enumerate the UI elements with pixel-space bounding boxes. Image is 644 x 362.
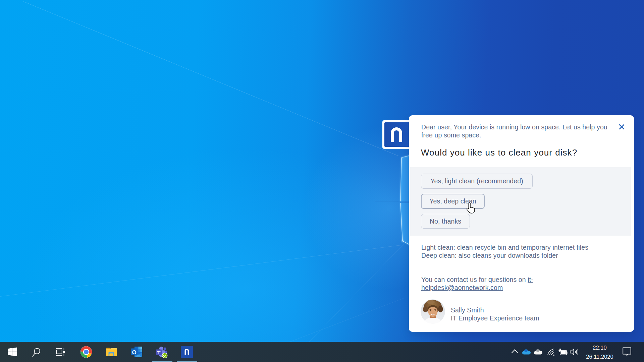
svg-text:O: O [132,349,136,356]
